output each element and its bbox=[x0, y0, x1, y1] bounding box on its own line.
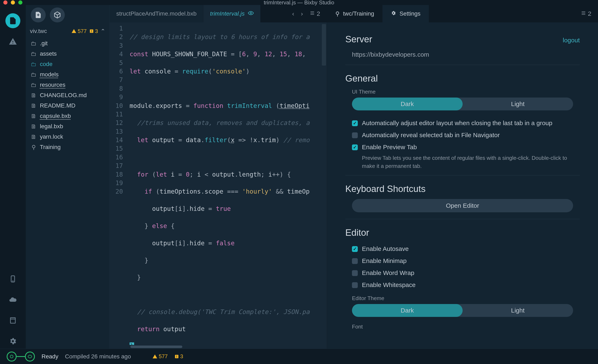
whitespace-checkbox[interactable] bbox=[352, 282, 358, 288]
preview-tab-desc: Preview Tab lets you see the content of … bbox=[345, 153, 580, 175]
auto-layout-label: Automatically adjust editor layout when … bbox=[362, 120, 552, 127]
shortcuts-section-title: Keyboard Shortcuts bbox=[345, 184, 580, 194]
ui-theme-toggle: Dark Light bbox=[352, 97, 573, 110]
tree-item-resources[interactable]: 🗀resources bbox=[26, 80, 109, 90]
device-activity-icon[interactable] bbox=[5, 271, 20, 286]
editor-theme-toggle: Dark Light bbox=[352, 304, 573, 317]
training-icon: ⚲ bbox=[335, 10, 340, 17]
folder-icon: 🗀 bbox=[31, 81, 37, 89]
tree-item-legal[interactable]: 🗎legal.bxb bbox=[26, 121, 109, 132]
folder-icon: 🗀 bbox=[31, 61, 37, 68]
open-editor-button[interactable]: Open Editor bbox=[352, 199, 573, 212]
new-file-button[interactable] bbox=[31, 8, 46, 22]
folder-icon: 🗀 bbox=[31, 50, 37, 57]
whitespace-label: Enable Whitespace bbox=[362, 281, 416, 289]
tab-model-bxb[interactable]: structPlaceAndTime.model.bxb bbox=[110, 5, 203, 22]
tree-item-models[interactable]: 🗀models bbox=[26, 69, 109, 80]
server-url: https://bixbydevelopers.com bbox=[345, 49, 580, 65]
tree-item-training[interactable]: ⚲Training bbox=[26, 142, 109, 152]
editor-theme-label: Editor Theme bbox=[345, 295, 580, 301]
svg-point-13 bbox=[10, 355, 13, 358]
tree-item-changelog[interactable]: 🗎CHANGELOG.md bbox=[26, 90, 109, 100]
tree-item-git[interactable]: 🗀.git bbox=[26, 38, 109, 49]
project-warn-badge: 577 bbox=[71, 28, 87, 34]
project-header[interactable]: viv.twc 577 ! 3 ⌃ bbox=[26, 25, 109, 37]
status-bar: Ready Compiled 26 minutes ago 577 ! 3 bbox=[0, 349, 598, 364]
code-editor[interactable]: 1234567891011121314151617181920 // desig… bbox=[110, 22, 327, 345]
tree-item-capsule[interactable]: 🗎capsule.bxb bbox=[26, 111, 109, 121]
server-conn-icon bbox=[25, 352, 35, 362]
maximize-window-button[interactable] bbox=[18, 0, 22, 5]
tree-item-yarnlock[interactable]: 🗎yarn.lock bbox=[26, 132, 109, 142]
status-err-badge[interactable]: ! 3 bbox=[174, 353, 183, 360]
auto-reveal-label: Automatically reveal selected tab in Fil… bbox=[362, 132, 500, 139]
editor-tab-bar: structPlaceAndTime.model.bxb trimInterva… bbox=[110, 5, 327, 22]
preview-tab-label: Enable Preview Tab bbox=[362, 144, 417, 151]
window-title: trimInterval.js — Bixby Studio bbox=[264, 0, 334, 6]
font-label: Font bbox=[345, 324, 580, 330]
preview-tab-checkbox[interactable] bbox=[352, 145, 358, 150]
code-content[interactable]: // design limits layout to 6 hours of in… bbox=[126, 22, 327, 345]
tree-item-code[interactable]: 🗀code bbox=[26, 59, 109, 69]
minimize-window-button[interactable] bbox=[11, 0, 15, 5]
status-compiled: Compiled 26 minutes ago bbox=[65, 353, 131, 360]
wordwrap-checkbox[interactable] bbox=[352, 270, 358, 276]
package-button[interactable] bbox=[50, 8, 65, 22]
horizontal-scrollbar[interactable] bbox=[110, 345, 327, 349]
tab-settings[interactable]: Settings bbox=[382, 5, 429, 22]
window-title-bar: trimInterval.js — Bixby Studio bbox=[0, 0, 598, 5]
svg-point-6 bbox=[250, 12, 251, 14]
file-icon: 🗎 bbox=[31, 102, 37, 109]
nav-forward-icon[interactable]: › bbox=[298, 8, 306, 19]
collapse-chevron-icon[interactable]: ⌃ bbox=[100, 28, 105, 35]
tab-triminterval[interactable]: trimInterval.js bbox=[203, 5, 260, 22]
nav-back-icon[interactable]: ‹ bbox=[290, 8, 297, 19]
file-tree: 🗀.git 🗀assets 🗀code 🗀models 🗀resources 🗎… bbox=[26, 37, 109, 349]
split-group-button[interactable]: 2 bbox=[307, 8, 323, 19]
logout-link[interactable]: logout bbox=[563, 37, 580, 44]
settings-activity-icon[interactable] bbox=[5, 334, 20, 349]
server-section-title: Server bbox=[345, 34, 372, 44]
status-warn-badge[interactable]: 577 bbox=[152, 353, 167, 360]
activity-bar bbox=[0, 5, 26, 349]
split-group-button-right[interactable]: 2 bbox=[578, 8, 594, 19]
minimap-label: Enable Minimap bbox=[362, 257, 407, 264]
tab-training[interactable]: ⚲ twc/Training bbox=[327, 5, 382, 22]
training-icon: ⚲ bbox=[31, 144, 37, 151]
editor-theme-light[interactable]: Light bbox=[463, 304, 573, 317]
status-ready: Ready bbox=[42, 353, 58, 360]
editor-area: structPlaceAndTime.model.bxb trimInterva… bbox=[110, 5, 327, 349]
general-section-title: General bbox=[345, 73, 580, 84]
bixby-conn-icon bbox=[7, 352, 17, 362]
tree-item-readme[interactable]: 🗎README.MD bbox=[26, 100, 109, 111]
close-window-button[interactable] bbox=[3, 0, 8, 5]
warnings-activity-icon[interactable] bbox=[5, 34, 20, 49]
ui-theme-light[interactable]: Light bbox=[463, 97, 573, 110]
autosave-label: Enable Autosave bbox=[362, 245, 409, 252]
cloud-activity-icon[interactable] bbox=[5, 292, 20, 307]
files-activity-icon[interactable] bbox=[5, 13, 20, 28]
ui-theme-dark[interactable]: Dark bbox=[352, 97, 463, 110]
settings-content[interactable]: Server logout https://bixbydevelopers.co… bbox=[327, 22, 598, 349]
file-icon: 🗎 bbox=[31, 123, 37, 130]
line-number-gutter: 1234567891011121314151617181920 bbox=[110, 22, 126, 345]
tree-item-assets[interactable]: 🗀assets bbox=[26, 49, 109, 59]
connection-status[interactable] bbox=[7, 352, 35, 362]
editor-scrollbar[interactable] bbox=[322, 24, 326, 65]
file-icon: 🗎 bbox=[31, 133, 37, 140]
editor-section-title: Editor bbox=[345, 227, 580, 238]
autosave-checkbox[interactable] bbox=[352, 246, 358, 252]
ui-theme-label: UI Theme bbox=[345, 89, 580, 95]
file-icon: 🗎 bbox=[31, 113, 37, 120]
archive-activity-icon[interactable] bbox=[5, 313, 20, 328]
project-err-badge: ! 3 bbox=[89, 28, 98, 34]
editor-theme-dark[interactable]: Dark bbox=[352, 304, 463, 317]
preview-eye-icon bbox=[248, 10, 254, 17]
auto-layout-checkbox[interactable] bbox=[352, 120, 358, 126]
svg-text:!: ! bbox=[176, 355, 177, 358]
minimap-checkbox[interactable] bbox=[352, 258, 358, 264]
settings-panel: ⚲ twc/Training Settings 2 Server logout … bbox=[327, 5, 598, 349]
svg-rect-2 bbox=[10, 318, 15, 323]
auto-reveal-checkbox[interactable] bbox=[352, 132, 358, 138]
svg-text:!: ! bbox=[91, 30, 92, 33]
